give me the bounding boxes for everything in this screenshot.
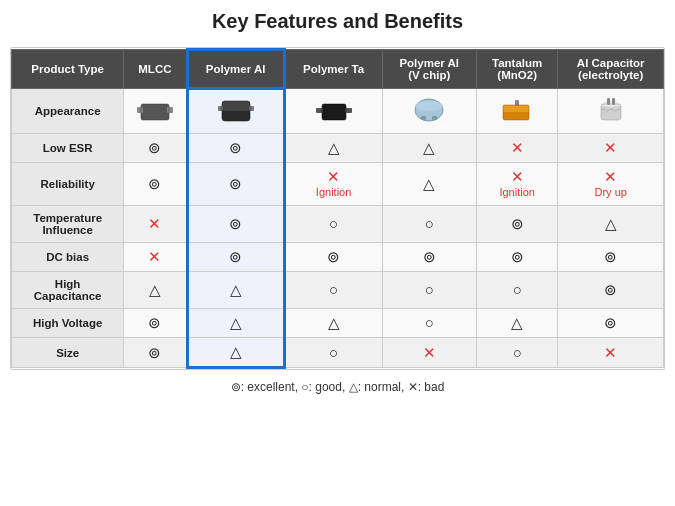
- cell-al_cap: ✕Dry up: [558, 163, 664, 206]
- cell-al_cap: ⊚: [558, 309, 664, 338]
- cell-polymer_al: ⊚: [187, 206, 284, 243]
- cell-mlcc: ⊚: [124, 338, 187, 368]
- svg-rect-5: [222, 101, 250, 111]
- cell-mlcc: ✕: [124, 206, 187, 243]
- cell-polymer_al: ⊚: [187, 243, 284, 272]
- cell-tantalum: ⊚: [476, 243, 558, 272]
- cell-tantalum: ⊚: [476, 206, 558, 243]
- col-header-product-type: Product Type: [12, 50, 124, 89]
- cell-polymer_ta: ○: [284, 272, 382, 309]
- svg-rect-9: [322, 104, 346, 120]
- cell-mlcc: [124, 89, 187, 134]
- cell-mlcc: ✕: [124, 243, 187, 272]
- cell-polymer_ta: ○: [284, 206, 382, 243]
- row-label: TemperatureInfluence: [12, 206, 124, 243]
- table-header-row: Product Type MLCC Polymer Al Polymer Ta …: [12, 50, 664, 89]
- cell-polymer_al: ⊚: [187, 134, 284, 163]
- cell-polymer_ta: ○: [284, 338, 382, 368]
- cell-al_cap: [558, 89, 664, 134]
- cell-polymer_al_vchip: ⊚: [382, 243, 476, 272]
- cell-al_cap: ✕: [558, 134, 664, 163]
- page-title: Key Features and Benefits: [10, 10, 665, 33]
- cell-mlcc: ⊚: [124, 134, 187, 163]
- row-label: Appearance: [12, 89, 124, 134]
- cell-tantalum: ✕: [476, 134, 558, 163]
- svg-point-15: [415, 101, 443, 111]
- table-row: HighCapacitance△△○○○⊚: [12, 272, 664, 309]
- cell-polymer_ta: ⊚: [284, 243, 382, 272]
- cell-tantalum: ○: [476, 338, 558, 368]
- col-header-polymer-ta: Polymer Ta: [284, 50, 382, 89]
- svg-rect-16: [421, 116, 426, 120]
- col-header-al-cap: Al Capacitor(electrolyte): [558, 50, 664, 89]
- cell-polymer_ta: ✕Ignition: [284, 163, 382, 206]
- table-row: Appearance: [12, 89, 664, 134]
- row-label: Size: [12, 338, 124, 368]
- cell-tantalum: ✕Ignition: [476, 163, 558, 206]
- svg-rect-19: [503, 105, 529, 112]
- cell-polymer_al: △: [187, 309, 284, 338]
- cell-tantalum: △: [476, 309, 558, 338]
- legend: ⊚: excellent, ○: good, △: normal, ✕: bad: [10, 380, 665, 394]
- cell-polymer_ta: △: [284, 134, 382, 163]
- cell-polymer_al: △: [187, 338, 284, 368]
- cell-mlcc: ⊚: [124, 309, 187, 338]
- col-header-tantalum: Tantalum(MnO2): [476, 50, 558, 89]
- cell-mlcc: ⊚: [124, 163, 187, 206]
- cell-polymer_al_vchip: ✕: [382, 338, 476, 368]
- cell-polymer_al_vchip: △: [382, 134, 476, 163]
- row-label: HighCapacitance: [12, 272, 124, 309]
- cell-polymer_al: ⊚: [187, 163, 284, 206]
- cell-polymer_al_vchip: ○: [382, 206, 476, 243]
- cell-al_cap: ✕: [558, 338, 664, 368]
- cell-polymer_al_vchip: ○: [382, 309, 476, 338]
- row-label: Reliability: [12, 163, 124, 206]
- table-row: Low ESR⊚⊚△△✕✕: [12, 134, 664, 163]
- cell-polymer_ta: △: [284, 309, 382, 338]
- table-row: Reliability⊚⊚✕Ignition△✕Ignition✕Dry up: [12, 163, 664, 206]
- table-row: TemperatureInfluence✕⊚○○⊚△: [12, 206, 664, 243]
- svg-rect-17: [432, 116, 437, 120]
- col-header-polymer-al: Polymer Al: [187, 50, 284, 89]
- cell-polymer_al_vchip: △: [382, 163, 476, 206]
- cell-tantalum: ○: [476, 272, 558, 309]
- cell-polymer_al: [187, 89, 284, 134]
- cell-mlcc: △: [124, 272, 187, 309]
- col-header-polymer-al-vchip: Polymer Al(V chip): [382, 50, 476, 89]
- col-header-mlcc: MLCC: [124, 50, 187, 89]
- svg-rect-1: [137, 107, 143, 113]
- cell-polymer_ta: [284, 89, 382, 134]
- cell-tantalum: [476, 89, 558, 134]
- table-row: Size⊚△○✕○✕: [12, 338, 664, 368]
- row-label: DC bias: [12, 243, 124, 272]
- cell-polymer_al_vchip: [382, 89, 476, 134]
- cell-polymer_al: △: [187, 272, 284, 309]
- svg-rect-2: [167, 107, 173, 113]
- cell-al_cap: ⊚: [558, 272, 664, 309]
- svg-rect-0: [141, 104, 169, 120]
- cell-polymer_al_vchip: ○: [382, 272, 476, 309]
- row-label: Low ESR: [12, 134, 124, 163]
- cell-al_cap: ⊚: [558, 243, 664, 272]
- table-row: DC bias✕⊚⊚⊚⊚⊚: [12, 243, 664, 272]
- row-label: High Voltage: [12, 309, 124, 338]
- table-row: High Voltage⊚△△○△⊚: [12, 309, 664, 338]
- features-table: Product Type MLCC Polymer Al Polymer Ta …: [10, 47, 665, 370]
- cell-al_cap: △: [558, 206, 664, 243]
